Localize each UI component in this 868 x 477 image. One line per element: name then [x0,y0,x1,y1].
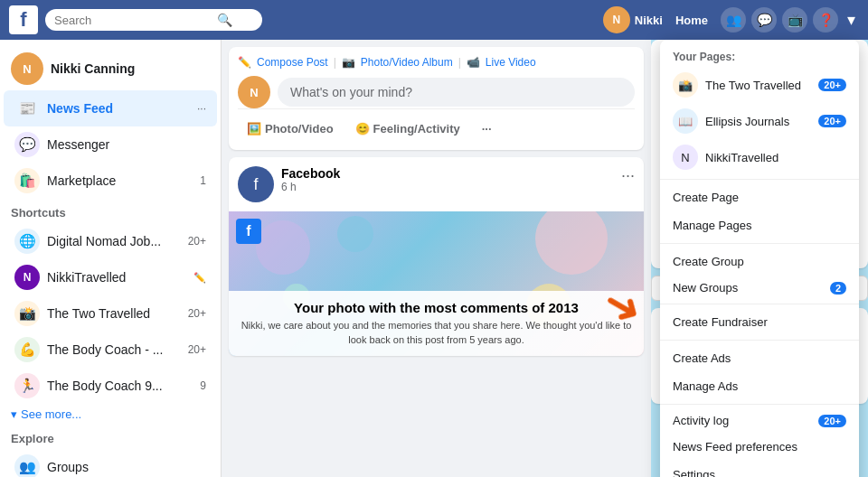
compose-box: ✏️ Compose Post | 📷 Photo/Video Album | … [229,47,644,150]
ellipsis-page-icon: 📖 [673,108,698,134]
sidebar-item-label: Digital Nomad Job... [47,234,181,248]
sidebar-item-label: NikkiTravelled [47,270,186,285]
groups-icon: 👥 [14,454,40,477]
post-text-overlay: Your photo with the most comments of 201… [229,291,644,356]
digital-nomad-badge: 20+ [188,235,206,248]
more-options-button[interactable]: ··· [473,117,501,141]
pen-icon: ✏️ [193,272,206,284]
ellipsis-badge: 20+ [818,115,846,127]
post-page-avatar: f [238,166,274,202]
nikki-travelled-icon: N [14,265,40,290]
create-ads-button[interactable]: Create Ads [660,344,859,372]
friends-icon[interactable]: 👥 [721,7,746,33]
photo-video-album-link[interactable]: Photo/Video Album [361,56,453,69]
post-options-button[interactable]: ··· [621,166,635,185]
explore-title: Explore [0,425,221,449]
feeling-activity-button[interactable]: 😊 Feeling/Activity [346,117,469,141]
sidebar-item-body-coach-1[interactable]: 💪 The Body Coach - ... 20+ [4,332,217,368]
two-travelled-icon: 📸 [14,301,40,326]
post-time: 6 h [281,181,340,193]
dropdown-page-name: NikkiTravelled [705,151,778,164]
body-coach-2-badge: 9 [200,379,206,392]
post-user-info: Facebook 6 h [281,166,340,193]
compose-pencil-icon: ✏️ [238,56,251,69]
body-coach-1-badge: 20+ [188,343,206,356]
compose-top-bar: ✏️ Compose Post | 📷 Photo/Video Album | … [238,56,635,69]
emoji-icon: 😊 [355,122,370,136]
dropdown-page-nikki-travelled[interactable]: N NikkiTravelled [660,139,859,175]
sidebar-item-nikki-travelled[interactable]: N NikkiTravelled ✏️ [4,259,217,295]
sidebar-item-label: News Feed [47,101,190,116]
sidebar-item-label: Groups [47,460,206,474]
new-groups-label: New Groups [673,281,738,295]
sidebar-item-label: The Body Coach 9... [47,379,193,393]
sidebar-item-two-travelled[interactable]: 📸 The Two Travelled 20+ [4,295,217,332]
sidebar-user-profile[interactable]: N Nikki Canning [0,47,221,90]
two-travelled-page-icon: 📸 [673,72,698,98]
sidebar-item-marketplace[interactable]: 🛍️ Marketplace 1 [4,163,217,199]
post-memory-title: Your photo with the most comments of 201… [238,300,635,315]
settings-button[interactable]: Settings [660,461,859,477]
sidebar-item-label: Messenger [47,137,206,152]
new-groups-badge: 2 [830,282,846,295]
body-coach-2-icon: 🏃 [14,373,40,398]
dropdown-page-ellipsis[interactable]: 📖 Ellipsis Journals 20+ [660,103,859,139]
search-bar[interactable]: 🔍 [45,9,262,31]
sidebar-item-label: The Body Coach - ... [47,342,181,357]
dropdown-divider [660,243,859,244]
sidebar-item-news-feed[interactable]: 📰 News Feed ··· [4,90,217,126]
two-travelled-badge: 20+ [188,307,206,320]
compose-input[interactable]: What's on your mind? [278,78,635,107]
nav-user[interactable]: N Nikki [603,6,663,33]
news-feed-options[interactable]: ··· [197,102,206,115]
create-fundraiser-button[interactable]: Create Fundraiser [660,308,859,336]
messenger-icon[interactable]: 💬 [751,7,777,33]
search-icon: 🔍 [217,13,232,27]
shortcuts-title: Shortcuts [0,199,221,223]
main-content: ✏️ Compose Post | 📷 Photo/Video Album | … [222,40,651,477]
live-video-link[interactable]: Live Video [486,56,536,69]
dropdown-page-name: The Two Travelled [705,79,801,92]
sidebar-item-groups[interactable]: 👥 Groups [4,449,217,477]
sidebar-item-body-coach-2[interactable]: 🏃 The Body Coach 9... 9 [4,368,217,404]
compose-post-link[interactable]: Compose Post [257,56,328,69]
decorative-bubble [535,211,608,275]
photo-video-album-icon: 📷 [342,56,355,69]
compose-input-row: N What's on your mind? [238,76,635,108]
create-page-button[interactable]: Create Page [660,183,859,211]
avatar: N [603,6,630,33]
nikki-page-icon: N [673,145,698,170]
manage-pages-button[interactable]: Manage Pages [660,211,859,239]
search-input[interactable] [54,14,217,27]
dropdown-page-two-travelled[interactable]: 📸 The Two Travelled 20+ [660,67,859,103]
facebook-watermark: f [236,219,261,244]
photo-icon: 🖼️ [247,122,261,136]
sidebar-item-digital-nomad[interactable]: 🌐 Digital Nomad Job... 20+ [4,223,217,259]
post-page-name: Facebook [281,166,340,181]
see-more-button[interactable]: ▾ See more... [0,404,221,425]
dropdown-divider [660,404,859,405]
help-icon[interactable]: ❓ [813,7,838,33]
activity-log-badge: 20+ [818,415,846,427]
dropdown-divider [660,304,859,304]
activity-log-item[interactable]: Activity log 20+ [660,408,859,433]
decorative-bubble [256,220,310,275]
news-feed-prefs-button[interactable]: News Feed preferences [660,433,859,461]
watch-icon[interactable]: 📺 [782,7,807,33]
nav-dropdown-button[interactable]: ▾ [844,10,859,30]
new-groups-item[interactable]: New Groups 2 [660,276,859,300]
news-feed-icon: 📰 [14,96,40,121]
account-dropdown-menu: Your Pages: 📸 The Two Travelled 20+ 📖 El… [660,40,859,477]
sidebar-item-label: The Two Travelled [47,306,181,321]
manage-ads-button[interactable]: Manage Ads [660,372,859,400]
sidebar-item-messenger[interactable]: 💬 Messenger [4,126,217,163]
body-coach-1-icon: 💪 [14,337,40,362]
decorative-bubble [337,216,373,252]
home-link[interactable]: Home [668,14,715,27]
nav-right-area: N Nikki Home 👥 💬 📺 ❓ ▾ [603,6,859,33]
activity-log-label: Activity log [673,414,729,427]
dropdown-page-name: Ellipsis Journals [705,115,789,128]
create-group-button[interactable]: Create Group [660,248,859,276]
facebook-logo: f [9,5,38,34]
photo-video-button[interactable]: 🖼️ Photo/Video [238,117,343,141]
